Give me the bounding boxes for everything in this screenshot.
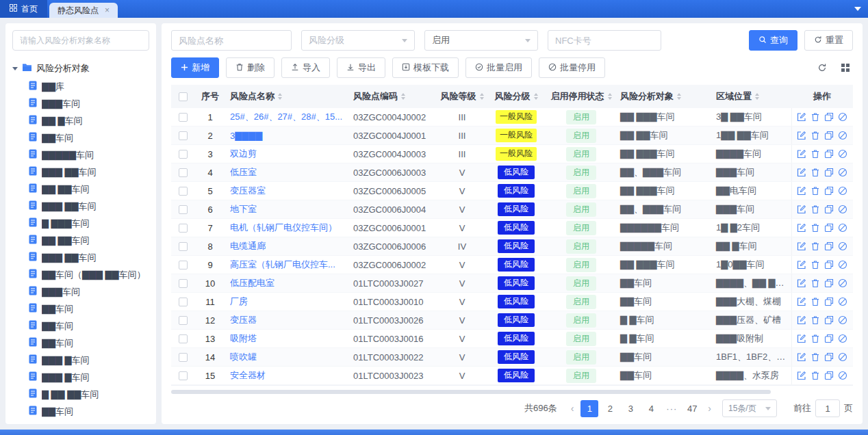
copy-icon[interactable] xyxy=(824,131,834,141)
sort-icon[interactable] xyxy=(608,93,612,100)
risk-point-name-link[interactable]: 电缆通廊 xyxy=(230,240,345,252)
table-row[interactable]: 14 喷吹罐 01LTC0003J0022 V 低风险 启用 ▇▇车间 1BF1… xyxy=(171,348,853,367)
tree-root-risk-analysis-objects[interactable]: 风险分析对象 xyxy=(12,59,149,78)
table-row[interactable]: 12 变压器 01LTC0003J0026 V 低风险 启用 ▇ ▇车间 ▇▇▇… xyxy=(171,311,853,330)
risk-point-name-link[interactable]: 高压室（轧钢厂电仪控车... xyxy=(230,259,345,271)
risk-point-name-link[interactable]: 电机（轧钢厂电仪控车间） xyxy=(230,222,345,234)
edit-icon[interactable] xyxy=(796,112,806,122)
edit-icon[interactable] xyxy=(796,315,806,326)
row-checkbox[interactable] xyxy=(179,334,188,343)
batch-disable-button[interactable]: 批量停用 xyxy=(539,57,605,78)
query-button[interactable]: 查询 xyxy=(749,30,797,51)
sort-icon[interactable] xyxy=(755,93,759,100)
column-settings-grid-icon[interactable] xyxy=(838,60,853,75)
delete-icon[interactable] xyxy=(810,168,820,178)
sidebar-tree-item[interactable]: ▇▇▇ ▇车间 xyxy=(12,352,149,369)
copy-icon[interactable] xyxy=(824,205,834,215)
risk-point-name-link[interactable]: 吸附塔 xyxy=(230,332,345,345)
pagination-page-2[interactable]: 2 xyxy=(601,400,619,417)
sidebar-tree-item[interactable]: ▇ ▇▇ ▇▇车间 xyxy=(12,386,149,403)
table-row[interactable]: 8 电缆通廊 03ZGC0006J0006 IV 低风险 启用 ▇▇▇▇▇车间 … xyxy=(171,237,853,256)
sidebar-tree-item[interactable]: ▇▇车间 xyxy=(12,300,149,317)
topbar-menu-caret-icon[interactable] xyxy=(854,7,861,11)
row-checkbox[interactable] xyxy=(179,150,188,159)
risk-point-name-link[interactable]: 变压器室 xyxy=(230,185,345,197)
table-row[interactable]: 15 安全器材 01LTC0003J0023 V 低风险 启用 ▇▇车间 ▇▇▇… xyxy=(171,367,853,385)
delete-icon[interactable] xyxy=(810,260,820,270)
nfc-card-input[interactable] xyxy=(548,30,661,51)
copy-icon[interactable] xyxy=(824,223,834,233)
edit-icon[interactable] xyxy=(796,371,806,381)
delete-icon[interactable] xyxy=(810,149,820,159)
template-download-button[interactable]: 模板下载 xyxy=(392,57,459,78)
risk-point-name-link[interactable]: 双边剪 xyxy=(230,148,345,160)
copy-icon[interactable] xyxy=(824,260,834,270)
disable-icon[interactable] xyxy=(837,334,847,344)
delete-icon[interactable] xyxy=(810,186,820,196)
disable-icon[interactable] xyxy=(837,112,847,122)
sidebar-tree-item[interactable]: ▇▇车间 xyxy=(12,334,149,352)
risk-grade-select[interactable]: 风险分级 xyxy=(301,30,415,51)
table-row[interactable]: 7 电机（轧钢厂电仪控车间） 03ZGC0006J0001 V 低风险 启用 ▇… xyxy=(171,219,853,237)
risk-point-name-input[interactable] xyxy=(171,30,292,51)
disable-icon[interactable] xyxy=(837,149,847,159)
tab-close-icon[interactable]: × xyxy=(105,6,110,14)
prev-page-arrow[interactable]: ‹ xyxy=(568,403,577,414)
disable-icon[interactable] xyxy=(837,297,847,307)
disable-icon[interactable] xyxy=(837,223,847,233)
batch-enable-button[interactable]: 批量启用 xyxy=(465,57,532,78)
copy-icon[interactable] xyxy=(824,112,834,122)
delete-icon[interactable] xyxy=(810,278,820,289)
sidebar-tree-item[interactable]: ▇▇▇ ▇▇车间 xyxy=(12,163,149,181)
sidebar-tree-item[interactable]: ▇▇▇车间 xyxy=(12,283,149,300)
edit-icon[interactable] xyxy=(796,278,806,289)
row-checkbox[interactable] xyxy=(179,205,188,214)
sidebar-tree-item[interactable]: ▇▇ ▇车间 xyxy=(12,112,149,129)
edit-icon[interactable] xyxy=(796,352,806,362)
table-row[interactable]: 1 25#、26#、27#、28#、15... 03ZGC0004J0002 I… xyxy=(171,108,853,127)
sidebar-tree-item[interactable]: ▇ ▇▇▇车间 xyxy=(12,215,149,232)
sidebar-tree-item[interactable]: ▇▇▇▇▇车间 xyxy=(12,146,149,163)
sidebar-tree-item[interactable]: ▇▇▇ ▇▇车间 xyxy=(12,249,149,266)
risk-point-name-link[interactable]: 安全器材 xyxy=(230,369,345,382)
table-row[interactable]: 13 吸附塔 01LTC0003J0016 V 低风险 启用 ▇ ▇车间 ▇▇▇… xyxy=(171,330,853,348)
row-checkbox[interactable] xyxy=(179,316,188,325)
column-header-status[interactable]: 启用停用状态 xyxy=(546,90,616,103)
delete-icon[interactable] xyxy=(810,205,820,215)
page-size-select[interactable]: 15条/页 xyxy=(722,399,777,417)
copy-icon[interactable] xyxy=(824,278,834,289)
sidebar-tree-item[interactable]: ▇▇车间 xyxy=(12,403,149,417)
sidebar-tree-item[interactable]: ▇▇▇车间 xyxy=(12,95,149,112)
pagination-page-47[interactable]: 47 xyxy=(683,400,701,417)
edit-icon[interactable] xyxy=(796,205,806,215)
delete-button[interactable]: 删除 xyxy=(226,57,275,78)
table-refresh-icon[interactable] xyxy=(815,60,830,75)
copy-icon[interactable] xyxy=(824,241,834,252)
tab-home[interactable]: 首页 xyxy=(0,0,47,18)
copy-icon[interactable] xyxy=(824,297,834,307)
table-row[interactable]: 10 低压配电室 01LTC0003J0027 V 低风险 启用 ▇▇车间 ▇▇… xyxy=(171,274,853,293)
disable-icon[interactable] xyxy=(837,352,847,362)
delete-icon[interactable] xyxy=(810,334,820,344)
analysis-object-search-input[interactable] xyxy=(12,30,149,51)
risk-point-name-link[interactable]: 低压室 xyxy=(230,166,345,179)
disable-icon[interactable] xyxy=(837,371,847,381)
add-button[interactable]: 新增 xyxy=(171,57,219,78)
delete-icon[interactable] xyxy=(810,131,820,141)
column-header-grade[interactable]: 风险分级 xyxy=(486,90,546,103)
edit-icon[interactable] xyxy=(796,131,806,141)
table-row[interactable]: 2 3▇▇▇▇ 03ZGC0004J0001 III 一般风险 启用 ▇▇ ▇▇… xyxy=(171,127,853,145)
import-button[interactable]: 导入 xyxy=(281,57,330,78)
disable-icon[interactable] xyxy=(837,278,847,289)
sidebar-tree-item[interactable]: ▇▇库 xyxy=(12,78,149,95)
row-checkbox[interactable] xyxy=(179,279,188,288)
disable-icon[interactable] xyxy=(837,315,847,326)
risk-point-name-link[interactable]: 低压配电室 xyxy=(230,277,345,289)
row-checkbox[interactable] xyxy=(179,187,188,196)
disable-icon[interactable] xyxy=(837,241,847,252)
tab-static-risk-points[interactable]: 静态风险点 × xyxy=(49,3,118,18)
disable-icon[interactable] xyxy=(837,131,847,141)
table-row[interactable]: 5 变压器室 03ZGC0006J0005 V 低风险 启用 ▇▇ ▇▇▇车间 … xyxy=(171,182,853,200)
sidebar-tree-item[interactable]: ▇▇车间（▇▇▇ ▇▇车间） xyxy=(12,266,149,283)
sort-icon[interactable] xyxy=(677,93,681,100)
